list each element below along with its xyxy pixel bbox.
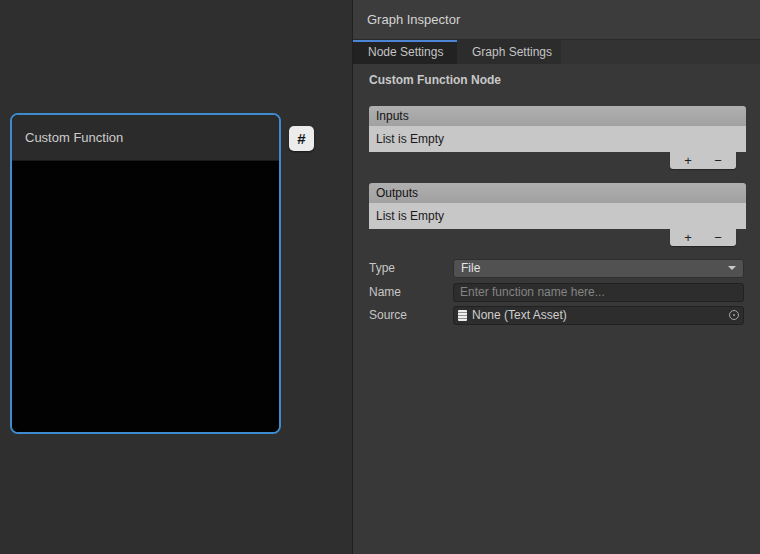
source-label: Source [369, 308, 453, 322]
name-label: Name [369, 285, 453, 299]
outputs-add-button[interactable]: + [676, 230, 700, 246]
text-asset-icon [458, 310, 467, 321]
source-row: Source None (Text Asset) [369, 305, 744, 325]
inputs-list-footer: + − [670, 152, 736, 169]
outputs-remove-button[interactable]: − [706, 230, 730, 246]
outputs-list-footer: + − [670, 229, 736, 246]
outputs-list: Outputs List is Empty + − [369, 183, 746, 246]
graph-canvas[interactable]: Custom Function # [0, 0, 352, 554]
source-object-value: None (Text Asset) [472, 308, 567, 322]
inputs-remove-button[interactable]: − [706, 153, 730, 169]
inspector-header: Graph Inspector [353, 0, 760, 40]
inputs-empty-label: List is Empty [376, 132, 444, 146]
tab-node-settings[interactable]: Node Settings [353, 40, 457, 64]
tab-bar: Node Settings Graph Settings [353, 40, 760, 64]
name-row: Name [369, 282, 744, 302]
type-dropdown-value: File [461, 261, 480, 275]
outputs-list-title: Outputs [376, 186, 418, 200]
inputs-list-header: Inputs [369, 106, 746, 126]
custom-function-node[interactable]: Custom Function [10, 113, 281, 434]
hash-icon: # [297, 130, 305, 147]
section-title: Custom Function Node [369, 73, 501, 87]
type-label: Type [369, 261, 453, 275]
function-name-input[interactable] [453, 283, 744, 302]
tab-graph-settings[interactable]: Graph Settings [457, 40, 561, 64]
node-title: Custom Function [25, 130, 123, 145]
node-header: Custom Function [12, 115, 279, 161]
type-dropdown[interactable]: File [453, 259, 744, 278]
outputs-empty-label: List is Empty [376, 209, 444, 223]
object-picker-button[interactable] [725, 307, 743, 324]
object-picker-icon [729, 310, 739, 320]
node-preview [12, 162, 279, 432]
inputs-list-title: Inputs [376, 109, 409, 123]
chevron-down-icon [728, 266, 736, 270]
inputs-list: Inputs List is Empty + − [369, 106, 746, 169]
graph-inspector-panel: Graph Inspector Node Settings Graph Sett… [352, 0, 760, 554]
outputs-empty-row: List is Empty [369, 203, 746, 229]
inputs-add-button[interactable]: + [676, 153, 700, 169]
type-row: Type File [369, 258, 744, 278]
shader-graph-window: Custom Function # Graph Inspector Node S… [0, 0, 760, 554]
hash-badge-button[interactable]: # [289, 126, 314, 151]
inputs-empty-row: List is Empty [369, 126, 746, 152]
outputs-list-header: Outputs [369, 183, 746, 203]
source-object-field[interactable]: None (Text Asset) [453, 306, 744, 325]
inspector-title: Graph Inspector [367, 12, 460, 27]
